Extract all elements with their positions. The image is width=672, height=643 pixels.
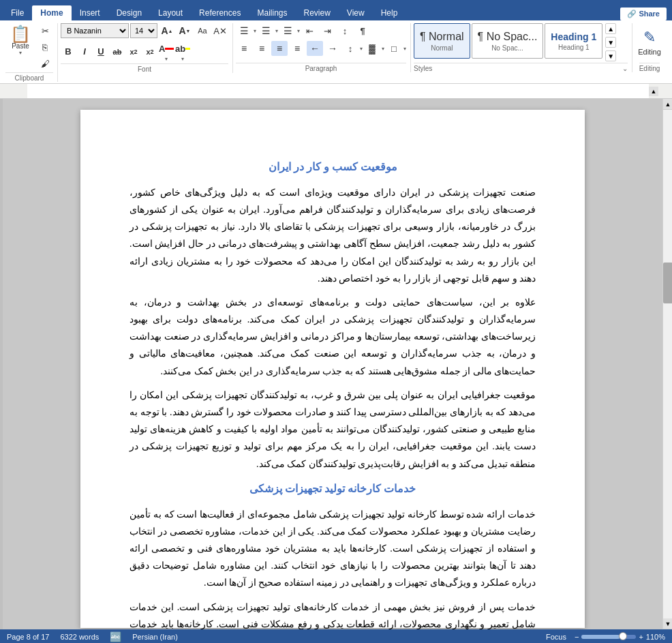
editing-icon[interactable]: ✎ xyxy=(643,29,656,46)
shading-arrow[interactable]: ▾ xyxy=(382,46,384,52)
styles-content: ¶ Normal Normal ¶ No Spac... No Spac... … xyxy=(414,23,628,61)
justify-button[interactable]: ≡ xyxy=(289,41,305,56)
ruler-scroll-btn[interactable]: ▲ xyxy=(649,87,658,96)
para-row-bottom: ≡ ≡ ≡ ≡ ← → ↕ ▾ ▓ ▾ □ ▾ xyxy=(236,41,406,56)
zoom-thumb[interactable] xyxy=(619,632,627,640)
paste-arrow[interactable]: ▾ xyxy=(19,50,22,56)
zoom-fill xyxy=(581,635,620,639)
styles-scroll-up[interactable]: ▲ xyxy=(605,23,616,34)
share-button[interactable]: 🔗 Share xyxy=(620,8,667,20)
tab-home[interactable]: Home xyxy=(32,5,71,20)
line-spacing-button[interactable]: ↕ xyxy=(342,41,358,56)
bullets-button[interactable]: ☰ xyxy=(236,23,252,38)
styles-expand-link[interactable]: ⌄ xyxy=(622,65,628,72)
style-heading1-preview: Heading 1 xyxy=(551,31,596,42)
strikethrough-button[interactable]: ab xyxy=(110,44,125,59)
font-name-select[interactable]: B Nazanin xyxy=(61,23,129,38)
shading-button[interactable]: ▓ xyxy=(364,41,380,56)
decrease-indent-button[interactable]: ⇤ xyxy=(301,23,318,38)
multilevel-arrow[interactable]: ▾ xyxy=(297,28,300,34)
font-content: B Nazanin 14 A▲ A▼ Aa A✕ B I U ab x2 x2 xyxy=(61,23,228,62)
ltr-button[interactable]: → xyxy=(324,41,341,56)
style-nospace[interactable]: ¶ No Spac... No Spac... xyxy=(472,23,544,59)
font-row-bottom: B I U ab x2 x2 A ▾ ab ▾ xyxy=(61,41,190,62)
style-heading1[interactable]: Heading 1 Heading 1 xyxy=(545,23,602,59)
document-para-2: علاوه بر این، سیاست‌های حمایتی دولت و بر… xyxy=(129,294,536,380)
show-marks-button[interactable]: ¶ xyxy=(354,23,371,38)
vertical-scrollbar[interactable]: ▲ ▼ xyxy=(662,99,672,629)
borders-arrow[interactable]: ▾ xyxy=(403,46,406,52)
editing-content: ✎ Editing xyxy=(638,23,661,61)
align-right-button[interactable]: ≡ xyxy=(271,41,288,56)
document-para-4: خدمات ارائه شده توسط کارخانه تولید تجهیز… xyxy=(129,506,536,592)
doc-area: موقعیت کسب و کار در ایران صنعت تجهیزات پ… xyxy=(0,99,672,629)
tab-layout[interactable]: Layout xyxy=(150,5,191,20)
cut-button[interactable]: ✂ xyxy=(37,23,53,38)
doc-scroll-area[interactable]: موقعیت کسب و کار در ایران صنعت تجهیزات پ… xyxy=(3,99,662,629)
font-shrink-button[interactable]: A▼ xyxy=(177,23,193,38)
font-color-arrow[interactable]: ▾ xyxy=(165,56,168,62)
underline-button[interactable]: U xyxy=(93,44,108,59)
scrollbar-up-button[interactable]: ▲ xyxy=(663,99,672,110)
scrollbar-track[interactable] xyxy=(663,110,672,618)
tab-design[interactable]: Design xyxy=(108,5,150,20)
ribbon-tab-row: File Home Insert Design Layout Reference… xyxy=(0,0,672,20)
font-grow-button[interactable]: A▲ xyxy=(159,23,175,38)
focus-label: Focus xyxy=(546,633,566,641)
multilevel-button[interactable]: ☰ xyxy=(279,23,296,38)
tab-insert[interactable]: Insert xyxy=(72,5,108,20)
ribbon-main: 📋 Paste ▾ ✂ ⎘ 🖌 Clipboard B Nazanin 14 xyxy=(0,20,672,84)
para-row-top: ☰ ▾ ☰ ▾ ☰ ▾ ⇤ ⇥ ↕ ¶ xyxy=(236,23,371,38)
paste-button[interactable]: 📋 Paste ▾ xyxy=(5,23,35,57)
clipboard-small-btns: ✂ ⎘ 🖌 xyxy=(37,23,53,71)
style-nospace-preview: ¶ No Spac... xyxy=(478,31,538,43)
copy-button[interactable]: ⎘ xyxy=(37,40,53,55)
scrollbar-down-button[interactable]: ▼ xyxy=(663,618,672,629)
zoom-controls: − + 110% xyxy=(575,633,665,641)
tab-mailings[interactable]: Mailings xyxy=(249,5,295,20)
styles-gallery: ¶ Normal Normal ¶ No Spac... No Spac... … xyxy=(414,23,602,59)
align-left-button[interactable]: ≡ xyxy=(236,41,252,56)
tab-view[interactable]: View xyxy=(339,5,373,20)
zoom-in-icon[interactable]: + xyxy=(639,633,643,641)
increase-indent-button[interactable]: ⇥ xyxy=(319,23,335,38)
bullets-arrow[interactable]: ▾ xyxy=(254,28,256,34)
tab-references[interactable]: References xyxy=(191,5,249,20)
zoom-out-icon[interactable]: − xyxy=(575,633,579,641)
tab-file[interactable]: File xyxy=(3,5,32,20)
highlight-arrow[interactable]: ▾ xyxy=(181,56,184,62)
styles-expand[interactable]: ▼ xyxy=(605,50,616,61)
numbering-arrow[interactable]: ▾ xyxy=(275,28,278,34)
font-size-select[interactable]: 14 xyxy=(130,23,157,38)
ruler-ticks xyxy=(27,84,649,98)
sort-button[interactable]: ↕ xyxy=(337,23,353,38)
bold-button[interactable]: B xyxy=(61,44,76,59)
status-icon: 🔤 xyxy=(110,631,121,642)
style-normal-name: Normal xyxy=(431,44,453,52)
tab-help[interactable]: Help xyxy=(373,5,406,20)
highlight-button[interactable]: ab xyxy=(175,41,190,56)
font-color-button[interactable]: A xyxy=(159,41,174,56)
status-bar: Page 8 of 17 6322 words 🔤 Persian (Iran)… xyxy=(0,629,672,643)
tab-review[interactable]: Review xyxy=(295,5,338,20)
ribbon-group-font: B Nazanin 14 A▲ A▼ Aa A✕ B I U ab x2 x2 xyxy=(59,23,233,73)
numbering-button[interactable]: ☰ xyxy=(258,23,274,38)
clear-formatting-button[interactable]: A✕ xyxy=(212,23,228,38)
align-center-button[interactable]: ≡ xyxy=(254,41,270,56)
styles-scroll-down[interactable]: ▼ xyxy=(605,37,616,48)
superscript-button[interactable]: x2 xyxy=(142,44,157,59)
page-info: Page 8 of 17 xyxy=(7,633,49,641)
format-painter-button[interactable]: 🖌 xyxy=(37,56,53,71)
style-normal[interactable]: ¶ Normal Normal xyxy=(414,23,470,59)
line-spacing-arrow[interactable]: ▾ xyxy=(360,46,363,52)
document-title-2: خدمات کارخانه تولید تجهیزات پزشکی xyxy=(129,479,536,499)
italic-button[interactable]: I xyxy=(77,44,92,59)
rtl-button[interactable]: ← xyxy=(307,41,323,56)
zoom-slider[interactable] xyxy=(581,635,636,639)
change-case-button[interactable]: Aa xyxy=(194,23,211,38)
document-page: موقعیت کسب و کار در ایران صنعت تجهیزات پ… xyxy=(80,110,585,628)
borders-button[interactable]: □ xyxy=(386,41,402,56)
scrollbar-thumb[interactable] xyxy=(663,263,672,303)
subscript-button[interactable]: x2 xyxy=(126,44,141,59)
ruler-left-margin xyxy=(14,84,27,98)
